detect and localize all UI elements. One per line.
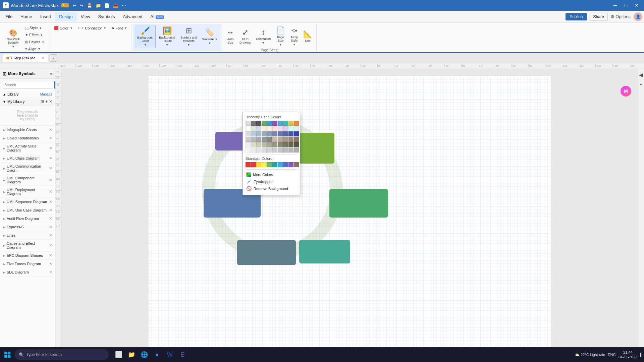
- color-cell[interactable]: [283, 137, 288, 142]
- color-cell[interactable]: [283, 121, 288, 126]
- color-cell[interactable]: [262, 126, 267, 131]
- symbol-item-uml-activity[interactable]: ▶ UML Activity State Diagram ✕: [0, 142, 55, 154]
- symbol-item-sdl[interactable]: ▶ SDL Diagram ✕: [0, 268, 55, 277]
- color-cell-yellow2[interactable]: [262, 162, 267, 167]
- color-cell[interactable]: [294, 137, 299, 142]
- my-lib-close-btn[interactable]: ✕: [49, 99, 52, 104]
- color-cell[interactable]: [288, 121, 293, 126]
- color-cell[interactable]: [251, 126, 256, 131]
- remove-icon[interactable]: ✕: [49, 253, 52, 258]
- color-cell[interactable]: [283, 131, 288, 136]
- close-btn[interactable]: ✕: [632, 2, 641, 9]
- more-btn[interactable]: ⋯: [120, 2, 127, 9]
- color-cell[interactable]: [262, 137, 267, 142]
- symbol-item-uml-seq[interactable]: ▶ UML Sequence Diagram ✕: [0, 198, 55, 206]
- color-cell[interactable]: [256, 147, 261, 153]
- maximize-btn[interactable]: □: [621, 2, 631, 9]
- color-cell[interactable]: [278, 131, 283, 136]
- fit-drawing-btn[interactable]: ⤢ Fit toDrawing: [237, 27, 253, 46]
- symbol-item-infographic[interactable]: ▶ Infographic Charts ✕: [0, 126, 55, 134]
- remove-icon[interactable]: ✕: [49, 243, 52, 248]
- right-panel-btn1[interactable]: ◀: [638, 70, 644, 79]
- color-cell[interactable]: [251, 142, 256, 147]
- color-cell[interactable]: [256, 137, 261, 142]
- taskbar-app-explorer[interactable]: 📁: [125, 349, 138, 361]
- effect-btn[interactable]: ✦ Effect ▼: [23, 32, 47, 38]
- align-btn[interactable]: ≡ Align ▼: [23, 46, 47, 52]
- my-lib-add-btn[interactable]: +: [45, 99, 48, 104]
- color-cell[interactable]: [283, 147, 288, 153]
- color-cell[interactable]: [288, 147, 293, 153]
- color-cell[interactable]: [272, 126, 277, 131]
- color-cell[interactable]: [262, 142, 267, 147]
- remove-icon[interactable]: ✕: [49, 166, 52, 171]
- font-btn[interactable]: A Font ▼: [110, 25, 129, 31]
- remove-icon[interactable]: ✕: [49, 199, 52, 204]
- color-cell-yellow[interactable]: [256, 162, 261, 167]
- color-cell-red2[interactable]: [251, 162, 256, 167]
- start-btn[interactable]: [1, 349, 13, 361]
- color-cell-indigo[interactable]: [283, 162, 288, 167]
- color-cell[interactable]: [246, 131, 251, 136]
- color-cell[interactable]: [288, 142, 293, 147]
- color-cell[interactable]: [294, 121, 299, 126]
- menu-ai[interactable]: AI 2025: [146, 12, 168, 21]
- borders-headers-btn[interactable]: ⊞ Borders andHeaders ▼: [178, 25, 199, 48]
- color-cell[interactable]: [278, 126, 283, 131]
- color-cell[interactable]: [288, 137, 293, 142]
- color-btn[interactable]: Color ▼: [52, 25, 75, 31]
- color-cell[interactable]: [256, 121, 261, 126]
- remove-icon[interactable]: ✕: [49, 208, 52, 213]
- color-cell[interactable]: [278, 121, 283, 126]
- my-library-title[interactable]: My Library: [7, 100, 41, 104]
- shape-steel-bottom[interactable]: [237, 240, 296, 265]
- remove-icon[interactable]: ✕: [49, 146, 52, 150]
- canvas[interactable]: [148, 76, 551, 352]
- symbol-item-uml-comm[interactable]: ▶ UML Communication Diagr... ✕: [0, 163, 55, 174]
- color-cell[interactable]: [251, 137, 256, 142]
- menu-symbols[interactable]: Symbols: [94, 12, 119, 21]
- menu-design[interactable]: Design: [55, 12, 76, 21]
- color-cell[interactable]: [294, 126, 299, 131]
- color-cell[interactable]: [278, 137, 283, 142]
- symbol-item-audit[interactable]: ▶ Audit Flow Diagram ✕: [0, 215, 55, 223]
- color-cell[interactable]: [262, 121, 267, 126]
- remove-icon[interactable]: ✕: [49, 225, 52, 229]
- remove-icon[interactable]: ✕: [49, 156, 52, 161]
- color-cell[interactable]: [251, 131, 256, 136]
- color-cell-blue[interactable]: [278, 162, 283, 167]
- color-cell[interactable]: [294, 147, 299, 153]
- unit-btn[interactable]: 📐 Unit: [301, 28, 314, 44]
- color-cell[interactable]: [267, 131, 272, 136]
- symbol-item-uml-comp[interactable]: ▶ UML Component Diagram ✕: [0, 174, 55, 186]
- options-btn[interactable]: ⚙ Options: [610, 14, 631, 19]
- color-cell[interactable]: [288, 131, 293, 136]
- color-cell[interactable]: [246, 126, 251, 131]
- color-cell[interactable]: [272, 142, 277, 147]
- color-cell[interactable]: [256, 142, 261, 147]
- remove-icon[interactable]: ✕: [49, 270, 52, 275]
- jump-style-btn[interactable]: ⤼ JumpStyle ▼: [288, 25, 300, 48]
- color-cell-brown[interactable]: [294, 162, 299, 167]
- color-cell[interactable]: [262, 131, 267, 136]
- color-cell[interactable]: [267, 147, 272, 153]
- open-btn[interactable]: 📁: [94, 2, 102, 9]
- color-cell[interactable]: [294, 131, 299, 136]
- taskbar-app-edge[interactable]: 🌐: [138, 349, 150, 361]
- color-cell[interactable]: [246, 147, 251, 153]
- save-btn[interactable]: 💾: [86, 2, 94, 9]
- color-cell[interactable]: [267, 137, 272, 142]
- layout-btn[interactable]: ⊞ Layout ▼: [23, 39, 47, 45]
- taskbar-app-word[interactable]: W: [164, 349, 176, 361]
- shape-green-mid[interactable]: [329, 189, 388, 218]
- watermark-btn[interactable]: 🏷️ Watermark ▼: [200, 27, 219, 46]
- more-colors-btn[interactable]: More Colors: [246, 171, 297, 178]
- shape-teal-bottom[interactable]: [299, 240, 350, 263]
- style-btn[interactable]: ⬚ Style ▼: [23, 25, 47, 31]
- add-tab-btn[interactable]: +: [50, 54, 57, 62]
- color-cell[interactable]: [251, 147, 256, 153]
- color-cell[interactable]: [283, 126, 288, 131]
- color-cell-teal[interactable]: [272, 162, 277, 167]
- one-click-beautify-btn[interactable]: 🎨 One ClickBeautify ▼: [5, 27, 22, 50]
- color-cell[interactable]: [278, 142, 283, 147]
